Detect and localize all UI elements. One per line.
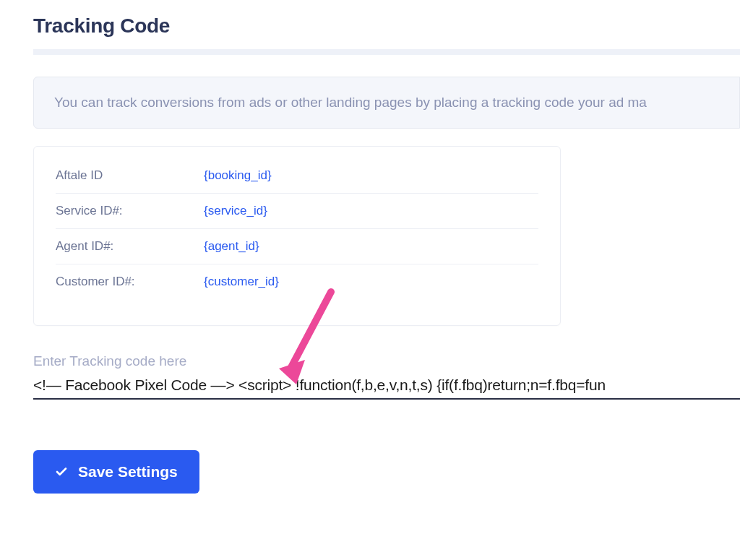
- title-separator: [33, 49, 740, 55]
- variable-row: Aftale ID {booking_id}: [56, 163, 538, 194]
- page-title: Tracking Code: [0, 0, 740, 49]
- checkmark-icon: [55, 465, 68, 478]
- variable-value: {service_id}: [204, 204, 267, 218]
- variable-value: {booking_id}: [204, 168, 272, 183]
- variable-row: Service ID#: {service_id}: [56, 194, 538, 229]
- tracking-code-input[interactable]: [33, 374, 740, 400]
- variables-card: Aftale ID {booking_id} Service ID#: {ser…: [33, 146, 561, 326]
- variable-label: Service ID#:: [56, 204, 204, 218]
- variable-label: Aftale ID: [56, 168, 204, 183]
- info-banner: You can track conversions from ads or ot…: [33, 77, 740, 129]
- tracking-code-section: Enter Tracking code here: [33, 353, 740, 400]
- variable-value: {agent_id}: [204, 239, 259, 254]
- variable-row: Customer ID#: {customer_id}: [56, 264, 538, 299]
- save-button-label: Save Settings: [78, 463, 178, 481]
- variable-value: {customer_id}: [204, 275, 279, 289]
- tracking-code-label: Enter Tracking code here: [33, 353, 740, 369]
- variable-label: Agent ID#:: [56, 239, 204, 254]
- save-settings-button[interactable]: Save Settings: [33, 450, 199, 494]
- variable-label: Customer ID#:: [56, 275, 204, 289]
- variable-row: Agent ID#: {agent_id}: [56, 229, 538, 264]
